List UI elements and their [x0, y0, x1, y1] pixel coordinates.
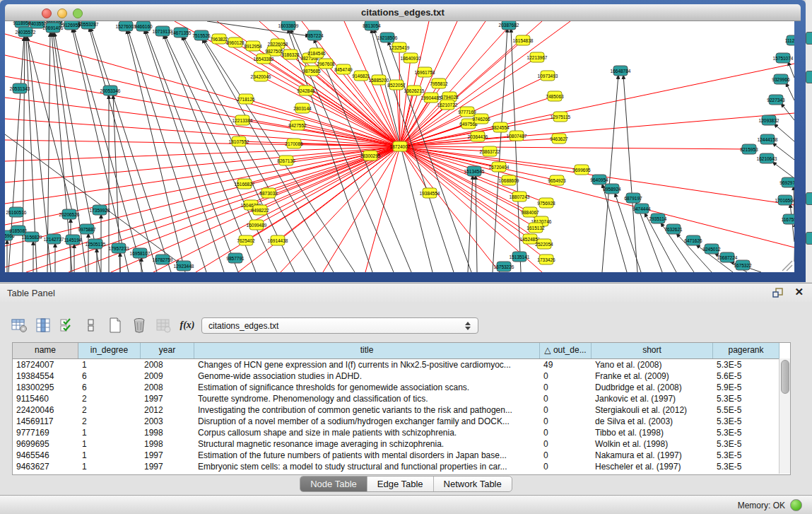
table-cell: de Silva et al. (2003) — [592, 416, 713, 427]
graph-node-label: 10719133 — [153, 29, 173, 34]
table-row[interactable]: 1938455462009Genome-wide association stu… — [13, 370, 790, 382]
table-cell: 18300295 — [13, 382, 78, 393]
tab-node-table[interactable]: Node Table — [300, 477, 367, 491]
column-header-in_degree[interactable]: in_degree — [78, 343, 141, 358]
delete-trash-icon[interactable] — [130, 316, 148, 334]
close-panel-icon[interactable]: ✕ — [794, 286, 804, 298]
cytoscape-desktop: citations_edges.txt 18724007796382289601… — [0, 0, 812, 514]
network-view-window: citations_edges.txt 18724007796382289601… — [0, 0, 806, 282]
float-panel-icon[interactable] — [772, 287, 784, 298]
table-cell: Stergiakouli et al. (2012) — [592, 404, 713, 416]
graph-node-label: 8186328 — [281, 52, 300, 57]
tab-network-table[interactable]: Network Table — [434, 477, 512, 491]
graph-edge[interactable] — [146, 30, 238, 272]
graph-edge[interactable] — [5, 146, 400, 204]
graph-node-label: 15276003 — [116, 24, 136, 29]
table-row[interactable]: 2242004622012Investigating the contribut… — [13, 404, 790, 416]
graph-node-label: 9227343 — [767, 98, 785, 103]
column-header-out_degree[interactable]: △ out_de... — [540, 343, 592, 358]
graph-node-label: 9474444 — [632, 206, 651, 211]
table-cell: 6 — [78, 370, 141, 382]
table-cell: 9465546 — [13, 450, 78, 461]
graph-edge[interactable] — [5, 140, 400, 146]
row-check-icon[interactable] — [58, 316, 76, 334]
table-row[interactable]: 977716911998Corpus callosum shape and si… — [13, 427, 790, 438]
table-cell: 0 — [540, 416, 592, 427]
graph-node-label: 7632621 — [664, 227, 683, 232]
graph-edge[interactable] — [772, 162, 794, 178]
table-row[interactable]: 1830029562008Estimation of significance … — [13, 382, 790, 393]
graph-edge[interactable] — [323, 146, 400, 272]
graph-edge[interactable] — [72, 28, 129, 272]
table-row[interactable]: 946362711997Embryonic stem cells: a mode… — [13, 461, 790, 472]
table-cell: Estimation of significance thresholds fo… — [194, 382, 540, 393]
graph-edge[interactable] — [89, 28, 157, 272]
table-scrollbar[interactable] — [779, 358, 790, 474]
table-row[interactable]: 911546021997Tourette syndrome. Phenomeno… — [13, 393, 790, 404]
graph-edge[interactable] — [5, 146, 400, 246]
table-cell: 49 — [540, 359, 592, 370]
column-header-short[interactable]: short — [592, 343, 713, 358]
table-cell: 5.3E-5 — [713, 393, 779, 404]
table-select-value: citations_edges.txt — [208, 321, 278, 331]
graph-edge[interactable] — [165, 35, 277, 272]
table-row[interactable]: 969969511998Structural magnetic resonanc… — [13, 438, 790, 450]
graph-node-label: 16154838 — [513, 38, 534, 43]
table-cell: 5.3E-5 — [713, 438, 779, 450]
table-select-dropdown[interactable]: citations_edges.txt — [201, 317, 478, 334]
graph-edge[interactable] — [468, 175, 473, 272]
resize-grip[interactable] — [782, 261, 792, 271]
graph-node-label: 2803144 — [293, 106, 312, 111]
column-header-title[interactable]: title — [194, 343, 540, 358]
graph-node-label: 12444158 — [758, 137, 778, 142]
graph-edge[interactable] — [602, 75, 618, 272]
graph-edge[interactable] — [400, 21, 570, 146]
table-cell: 9115460 — [13, 393, 78, 404]
graph-node-label: 7485063 — [546, 94, 564, 99]
graph-edge[interactable] — [786, 83, 794, 100]
graph-edge[interactable] — [264, 59, 400, 146]
window-titlebar[interactable]: citations_edges.txt — [5, 4, 801, 21]
graph-edge[interactable] — [400, 146, 749, 149]
tab-edge-table[interactable]: Edge Table — [367, 477, 434, 491]
graph-node-label: 23226058 — [268, 42, 288, 47]
function-icon[interactable]: f(x) — [178, 316, 196, 334]
graph-edge[interactable] — [128, 30, 206, 272]
table-row[interactable]: 1872400712008Changes of HCN gene express… — [13, 359, 790, 370]
graph-node-label: 2935114 — [649, 216, 667, 221]
table-row[interactable]: 1456911722003Disruption of a novel membe… — [13, 416, 790, 427]
table-cell: 18724007 — [13, 359, 78, 370]
graph-edge[interactable] — [5, 98, 400, 146]
graph-node-label: 9654923 — [548, 178, 566, 183]
table-settings-icon[interactable] — [10, 316, 28, 334]
graph-edge[interactable] — [623, 75, 637, 272]
graph-edge[interactable] — [400, 90, 414, 146]
graph-node-label: 16033809 — [278, 23, 299, 28]
table-cell: 5.3E-5 — [713, 427, 779, 438]
table-scrollbar-thumb[interactable] — [781, 360, 789, 394]
graph-edge[interactable] — [5, 34, 400, 146]
graph-node-label: 2718126 — [237, 97, 255, 102]
graph-node-label: 12325419 — [389, 45, 410, 50]
rows-icon[interactable] — [82, 316, 100, 334]
column-header-year[interactable]: year — [141, 343, 194, 358]
memory-status-indicator-icon[interactable] — [790, 499, 802, 511]
network-graph: 1872400779638228960128891295423226058982… — [5, 21, 794, 272]
graph-edge[interactable] — [365, 146, 400, 272]
graph-node-label: 8215953 — [740, 147, 758, 152]
graph-edge[interactable] — [400, 146, 794, 247]
new-document-icon[interactable] — [106, 316, 124, 334]
graph-edge[interactable] — [400, 146, 536, 228]
network-canvas[interactable]: 1872400779638228960128891295423226058982… — [5, 21, 794, 272]
column-select-icon[interactable] — [34, 316, 52, 334]
graph-node-label: 8427552 — [288, 123, 307, 128]
graph-edge[interactable] — [400, 64, 794, 146]
column-header-pagerank[interactable]: pagerank — [713, 343, 779, 358]
column-header-name[interactable]: name — [13, 343, 78, 358]
graph-node-label: 6471626 — [684, 238, 702, 243]
table-row[interactable]: 946554611997Estimation of the future num… — [13, 450, 790, 461]
graph-node-label: 15751074 — [773, 56, 794, 61]
graph-edge[interactable] — [781, 103, 794, 120]
graph-edge[interactable] — [476, 175, 477, 272]
graph-edge[interactable] — [400, 146, 500, 272]
